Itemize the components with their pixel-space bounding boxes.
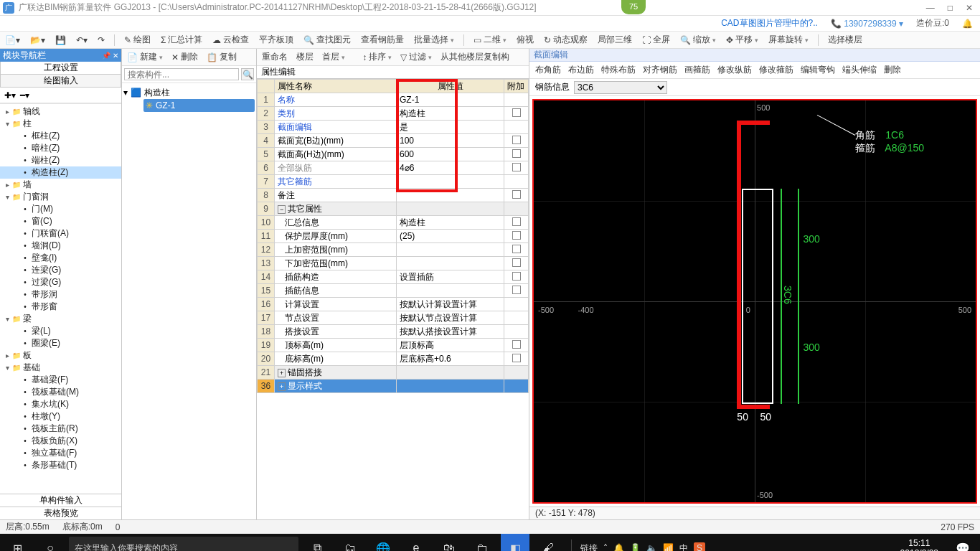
prop-row[interactable]: 36+显示样式 xyxy=(258,380,529,393)
pan-btn[interactable]: ✥ 平移 xyxy=(724,34,760,46)
align-slab-btn[interactable]: 平齐板顶 xyxy=(257,34,296,46)
nav-node[interactable]: •墙洞(D) xyxy=(0,240,121,252)
undo-icon[interactable]: ↶▾ xyxy=(74,35,90,45)
minimize-button[interactable]: — xyxy=(926,3,935,13)
add-icon[interactable]: ✚▾ xyxy=(4,90,16,100)
tab-draw-input[interactable]: 绘图输入 xyxy=(0,75,121,88)
sort-btn[interactable]: ↕ 排序 xyxy=(360,51,394,63)
taskbar-clock[interactable]: 15:112018/8/28 xyxy=(895,538,944,551)
batch-select-btn[interactable]: 批量选择 xyxy=(412,34,456,46)
rotate-screen-btn[interactable]: 屏幕旋转 xyxy=(766,34,811,46)
prop-row[interactable]: 9−其它属性 xyxy=(258,202,529,216)
new-file-icon[interactable]: 📄▾ xyxy=(3,35,22,45)
view-top-btn[interactable]: 俯视 xyxy=(514,34,536,46)
nav-node[interactable]: •集水坑(K) xyxy=(0,398,121,410)
nav-node[interactable]: •基础梁(F) xyxy=(0,374,121,386)
tray-bell-icon[interactable]: 🔔 xyxy=(613,543,624,551)
prop-row[interactable]: 10 汇总信息构造柱 xyxy=(258,216,529,230)
prop-row[interactable]: 12 上加密范围(mm) xyxy=(258,243,529,257)
tray-ime[interactable]: 中 xyxy=(679,542,688,552)
app-icon-store[interactable]: 🛍 xyxy=(435,534,463,551)
open-file-icon[interactable]: 📂▾ xyxy=(28,35,47,45)
bell-icon[interactable]: 🔔 xyxy=(962,19,973,29)
nav-node[interactable]: ▾📁门窗洞 xyxy=(0,191,121,203)
nav-node[interactable]: ▸📁板 xyxy=(0,349,121,362)
nav-node[interactable]: ▸📁墙 xyxy=(0,179,121,191)
component-type-tree[interactable]: ▸📁轴线▾📁柱•框柱(Z)•暗柱(Z)•端柱(Z)•构造柱(Z)▸📁墙▾📁门窗洞… xyxy=(0,103,121,494)
task-view-icon[interactable]: ⧉ xyxy=(303,534,331,551)
section-tab[interactable]: 布边筋 xyxy=(568,64,594,76)
find-btn[interactable]: 🔍 查找图元 xyxy=(301,34,353,46)
nav-node[interactable]: •筏板主筋(R) xyxy=(0,423,121,435)
nav-node[interactable]: •门联窗(A) xyxy=(0,227,121,240)
single-component-input[interactable]: 单构件输入 xyxy=(0,494,121,507)
tab-project-settings[interactable]: 工程设置 xyxy=(0,62,121,75)
section-tab[interactable]: 修改箍筋 xyxy=(759,64,793,76)
nav-node[interactable]: ▾📁基础 xyxy=(0,362,121,374)
prop-row[interactable]: 11 保护层厚度(mm)(25) xyxy=(258,230,529,243)
rebar-info-select[interactable]: 3C6 xyxy=(574,81,667,94)
nav-node[interactable]: ▾📁柱 xyxy=(0,118,121,130)
app-icon-5[interactable]: 🗀 xyxy=(468,534,496,551)
copy-component-btn[interactable]: 📋 复制 xyxy=(204,51,239,63)
nav-node[interactable]: •壁龛(I) xyxy=(0,252,121,264)
tray-chevron-icon[interactable]: ˄ xyxy=(603,543,608,551)
nav-node[interactable]: •连梁(G) xyxy=(0,264,121,276)
zoom-btn[interactable]: 🔍 缩放 xyxy=(678,34,718,46)
cloud-check-btn[interactable]: ☁ 云检查 xyxy=(210,34,251,46)
section-tab[interactable]: 编辑弯钩 xyxy=(801,64,835,76)
section-tab[interactable]: 删除 xyxy=(884,64,901,76)
nav-node[interactable]: •带形洞 xyxy=(0,288,121,301)
prop-row[interactable]: 2类别构造柱 xyxy=(258,107,529,121)
component-tree[interactable]: ▾🟦构造柱 ✳GZ-1 xyxy=(122,83,256,519)
prop-row[interactable]: 19 顶标高(m)层顶标高 xyxy=(258,339,529,352)
nav-node[interactable]: •柱墩(Y) xyxy=(0,410,121,423)
prop-row[interactable]: 6全部纵筋4⌀6 xyxy=(258,161,529,175)
section-tab[interactable]: 修改纵筋 xyxy=(717,64,752,76)
nav-node[interactable]: •暗柱(Z) xyxy=(0,142,121,154)
tray-link[interactable]: 链接 xyxy=(580,542,598,552)
pin-icon[interactable]: 📌 ✕ xyxy=(102,52,118,60)
cortana-icon[interactable]: ○ xyxy=(36,534,65,551)
phone-label[interactable]: 📞 13907298339 ▾ xyxy=(831,19,903,29)
tray-volume-icon[interactable]: 🔈 xyxy=(646,543,657,551)
prop-row[interactable]: 7其它箍筋 xyxy=(258,175,529,189)
prop-row[interactable]: 18 搭接设置按默认搭接设置计算 xyxy=(258,325,529,339)
cad-tip-link[interactable]: CAD草图图片管理中的?.. xyxy=(721,17,818,29)
nav-node[interactable]: •独立基础(F) xyxy=(0,447,121,459)
orbit-btn[interactable]: ↻ 动态观察 xyxy=(542,34,590,46)
prop-row[interactable]: 20 底标高(m)层底标高+0.6 xyxy=(258,352,529,366)
section-tab[interactable]: 端头伸缩 xyxy=(842,64,877,76)
section-tab[interactable]: 布角筋 xyxy=(535,64,561,76)
prop-row[interactable]: 4截面宽(B边)(mm)100 xyxy=(258,134,529,148)
copy-from-floor-btn[interactable]: 从其他楼层复制构 xyxy=(438,51,512,63)
app-icon-2[interactable]: 🌐 xyxy=(369,534,397,551)
calc-btn[interactable]: Σ 汇总计算 xyxy=(159,34,204,46)
nav-node[interactable]: •筏板负筋(X) xyxy=(0,435,121,447)
property-table[interactable]: 属性名称 属性值 附加 1名称GZ-12类别构造柱3截面编辑是4截面宽(B边)(… xyxy=(257,79,529,393)
app-icon-1[interactable]: 🗂 xyxy=(336,534,364,551)
search-button[interactable]: 🔍 xyxy=(241,68,254,80)
section-tab[interactable]: 对齐钢筋 xyxy=(643,64,677,76)
nav-node[interactable]: •门(M) xyxy=(0,203,121,215)
close-button[interactable]: ✕ xyxy=(966,3,973,13)
app-icon-edge[interactable]: e xyxy=(402,534,430,551)
section-tab[interactable]: 画箍筋 xyxy=(684,64,710,76)
draw-btn[interactable]: ✎ 绘图 xyxy=(122,34,153,46)
rename-btn[interactable]: 重命名 xyxy=(260,51,290,63)
tray-battery-icon[interactable]: 🔋 xyxy=(630,543,641,551)
view-rebar-btn[interactable]: 查看钢筋量 xyxy=(359,34,406,46)
nav-node[interactable]: •构造柱(Z) xyxy=(0,166,121,179)
app-icon-paint[interactable]: 🖌 xyxy=(534,534,562,551)
new-component-btn[interactable]: 📄 新建 xyxy=(125,51,165,63)
prop-row[interactable]: 1名称GZ-1 xyxy=(258,93,529,107)
nav-node[interactable]: •条形基础(T) xyxy=(0,459,121,471)
component-item-gz1[interactable]: ✳GZ-1 xyxy=(143,99,255,112)
first-floor-dd[interactable]: 首层 xyxy=(320,51,347,63)
tray-sogou-icon[interactable]: S xyxy=(694,542,705,551)
nav-node[interactable]: •窗(C) xyxy=(0,215,121,227)
section-tab[interactable]: 特殊布筋 xyxy=(601,64,636,76)
delete-component-btn[interactable]: ✕ 删除 xyxy=(169,51,200,63)
system-tray[interactable]: 链接 ˄ 🔔 🔋 🔈 📶 中 S xyxy=(580,542,705,552)
start-button[interactable]: ⊞ xyxy=(3,534,32,551)
